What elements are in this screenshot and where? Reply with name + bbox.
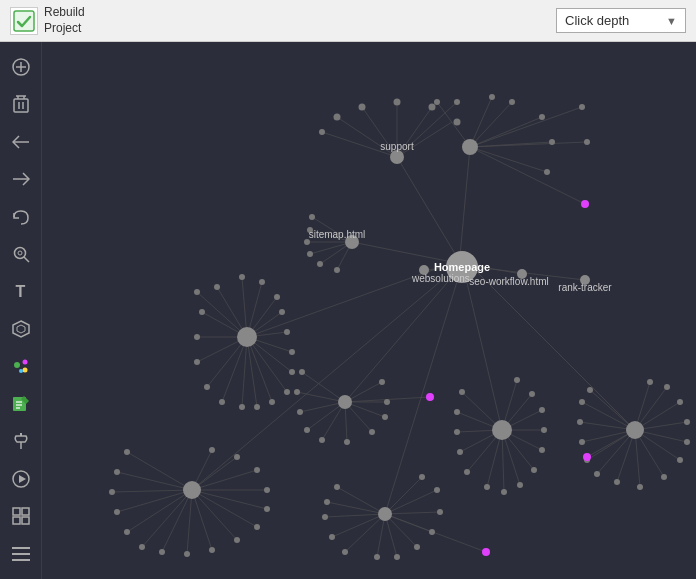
svg-point-178 (194, 289, 200, 295)
sidebar-bottom (6, 539, 36, 569)
sidebar-item-edit[interactable] (6, 389, 36, 418)
svg-point-280 (426, 393, 434, 401)
svg-point-259 (614, 479, 620, 485)
svg-point-251 (514, 377, 520, 383)
svg-point-166 (319, 129, 325, 135)
sidebar-item-menu[interactable] (6, 539, 36, 569)
svg-point-203 (159, 549, 165, 555)
svg-point-247 (539, 447, 545, 453)
svg-point-205 (209, 547, 215, 553)
svg-point-232 (414, 544, 420, 550)
svg-point-250 (529, 391, 535, 397)
svg-rect-31 (22, 508, 29, 515)
svg-point-180 (194, 334, 200, 340)
svg-point-223 (379, 379, 385, 385)
svg-point-14 (18, 251, 22, 255)
svg-point-267 (647, 379, 653, 385)
svg-point-211 (234, 454, 240, 460)
sidebar-item-delete[interactable] (6, 89, 36, 118)
svg-point-278 (446, 251, 478, 283)
svg-point-19 (22, 368, 27, 373)
svg-point-164 (454, 119, 461, 126)
svg-point-170 (489, 94, 495, 100)
svg-point-191 (279, 309, 285, 315)
svg-point-183 (219, 399, 225, 405)
svg-point-275 (419, 265, 429, 275)
svg-point-209 (264, 487, 270, 493)
graph-svg: support sitemap.html websolutions seo-wo… (42, 42, 696, 579)
sidebar-item-pin[interactable] (6, 427, 36, 456)
svg-point-235 (434, 487, 440, 493)
svg-point-181 (194, 359, 200, 365)
sidebar-item-text[interactable]: T (6, 277, 36, 306)
svg-point-268 (345, 235, 359, 249)
svg-point-245 (517, 482, 523, 488)
svg-point-225 (334, 484, 340, 490)
svg-point-175 (579, 104, 585, 110)
svg-point-174 (434, 99, 440, 105)
canvas-area[interactable]: support sitemap.html websolutions seo-wo… (42, 42, 696, 579)
svg-point-190 (284, 329, 290, 335)
svg-point-18 (22, 360, 27, 365)
svg-point-261 (661, 474, 667, 480)
svg-point-206 (234, 537, 240, 543)
svg-point-193 (259, 279, 265, 285)
svg-point-240 (454, 429, 460, 435)
svg-point-176 (584, 139, 590, 145)
svg-point-239 (454, 409, 460, 415)
svg-point-271 (304, 239, 310, 245)
svg-point-248 (541, 427, 547, 433)
svg-point-185 (254, 404, 260, 410)
svg-point-229 (342, 549, 348, 555)
sidebar-item-add[interactable] (6, 52, 36, 81)
svg-point-187 (284, 389, 290, 395)
svg-point-160 (334, 114, 341, 121)
sidebar-item-back[interactable] (6, 127, 36, 156)
svg-point-204 (184, 551, 190, 557)
svg-point-169 (509, 99, 515, 105)
svg-point-202 (139, 544, 145, 550)
svg-point-279 (581, 200, 589, 208)
svg-point-210 (254, 467, 260, 473)
sidebar-item-undo[interactable] (6, 202, 36, 231)
svg-point-230 (374, 554, 380, 560)
sidebar-item-paint[interactable] (6, 352, 36, 381)
sidebar-item-grid[interactable] (6, 502, 36, 531)
svg-point-237 (492, 420, 512, 440)
svg-marker-15 (13, 321, 29, 337)
svg-point-186 (269, 399, 275, 405)
svg-point-238 (459, 389, 465, 395)
sidebar-item-search[interactable] (6, 239, 36, 268)
svg-point-184 (239, 404, 245, 410)
sidebar-item-play[interactable] (6, 464, 36, 493)
svg-point-189 (289, 349, 295, 355)
svg-point-212 (209, 447, 215, 453)
svg-point-227 (322, 514, 328, 520)
svg-point-192 (274, 294, 280, 300)
svg-point-197 (124, 449, 130, 455)
svg-rect-32 (13, 517, 20, 524)
header-logo: Rebuild Project (10, 5, 85, 36)
svg-rect-30 (13, 508, 20, 515)
svg-point-220 (369, 429, 375, 435)
svg-point-163 (429, 104, 436, 111)
svg-point-266 (664, 384, 670, 390)
svg-point-282 (482, 548, 490, 556)
svg-point-281 (583, 453, 591, 461)
svg-point-215 (294, 389, 300, 395)
svg-point-216 (297, 409, 303, 415)
svg-rect-37 (42, 42, 696, 579)
sidebar-item-forward[interactable] (6, 164, 36, 193)
svg-point-236 (419, 474, 425, 480)
svg-marker-16 (17, 325, 25, 333)
dropdown-chevron-icon: ▼ (666, 15, 677, 27)
svg-point-254 (579, 399, 585, 405)
svg-point-274 (334, 267, 340, 273)
svg-point-264 (684, 419, 690, 425)
svg-point-208 (264, 506, 270, 512)
svg-point-262 (677, 457, 683, 463)
sidebar-item-diagram[interactable] (6, 314, 36, 343)
click-depth-dropdown[interactable]: Click depth ▼ (556, 8, 686, 33)
svg-line-13 (24, 257, 29, 262)
svg-point-256 (579, 439, 585, 445)
